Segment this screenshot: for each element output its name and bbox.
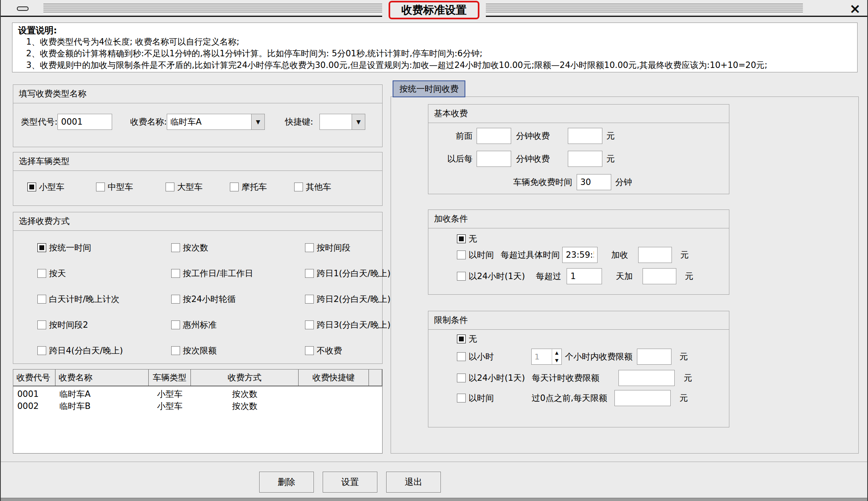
hours-spinner-value[interactable]	[532, 349, 552, 364]
checkbox-unchecked[interactable]	[171, 295, 180, 304]
close-button[interactable]: ×	[850, 0, 861, 16]
checkbox-unchecked[interactable]	[305, 346, 314, 355]
vehicle-type-group-title: 选择车辆类型	[13, 152, 382, 171]
surcharge-day-amount-input[interactable]	[643, 268, 676, 284]
checkbox-label: 按时间段2	[49, 319, 88, 331]
checkbox-checked[interactable]	[27, 183, 36, 191]
checkbox-unchecked[interactable]	[457, 272, 466, 281]
vehicle-option-3[interactable]: 摩托车	[230, 181, 294, 193]
limit-none-option[interactable]: 无	[457, 333, 477, 345]
checkbox-unchecked[interactable]	[37, 320, 46, 329]
surcharge-time-input[interactable]	[562, 247, 598, 263]
vehicle-option-1[interactable]: 中型车	[96, 181, 166, 193]
method-option-8[interactable]: 跨日2(分白天/晚上)	[305, 294, 391, 305]
method-option-14[interactable]: 不收费	[305, 345, 391, 356]
checkbox-unchecked[interactable]	[457, 374, 466, 382]
surcharge-time-amount-input[interactable]	[638, 247, 672, 263]
after-amount-input[interactable]	[568, 151, 602, 167]
tab-unified-time-fee[interactable]: 按统一时间收费	[393, 80, 465, 97]
hotkey-value[interactable]	[319, 114, 352, 130]
table-header-col-3[interactable]: 收费方式	[191, 370, 299, 386]
dialog-title: 收费标准设置	[401, 4, 467, 16]
checkbox-unchecked[interactable]	[294, 183, 303, 191]
fee-name-value[interactable]: 临时车A	[167, 114, 251, 130]
checkbox-checked[interactable]	[457, 234, 466, 243]
checkbox-unchecked[interactable]	[305, 243, 314, 252]
checkbox-label: 以小时	[469, 351, 494, 362]
surcharge-by-day-option[interactable]: 以24小时(1天)	[457, 271, 525, 282]
table-header-col-5[interactable]	[369, 370, 382, 386]
method-option-9[interactable]: 按时间段2	[37, 319, 171, 331]
limit-hour-amount-input[interactable]	[637, 349, 671, 365]
checkbox-unchecked[interactable]	[37, 346, 46, 355]
after-minutes-input[interactable]	[477, 151, 511, 167]
type-code-input[interactable]	[57, 114, 112, 130]
vehicle-option-0[interactable]: 小型车	[27, 181, 96, 193]
hours-spinner[interactable]: ▲ ▼	[531, 349, 562, 365]
method-option-5[interactable]: 跨日1(分白天/晚上)	[305, 268, 391, 279]
checkbox-checked[interactable]	[37, 243, 46, 252]
table-header-col-1[interactable]: 收费名称	[55, 370, 149, 386]
delete-button[interactable]: 删除	[259, 472, 314, 493]
checkbox-unchecked[interactable]	[305, 269, 314, 278]
limit-by-time-option[interactable]: 以时间	[457, 392, 494, 404]
method-option-4[interactable]: 按工作日/非工作日	[171, 268, 305, 279]
checkbox-unchecked[interactable]	[305, 320, 314, 329]
checkbox-unchecked[interactable]	[230, 183, 239, 191]
method-option-11[interactable]: 跨日3(分白天/晚上)	[305, 319, 391, 331]
method-option-12[interactable]: 跨日4(分白天/晚上)	[37, 345, 171, 356]
first-minutes-input[interactable]	[477, 128, 511, 144]
checkbox-unchecked[interactable]	[305, 295, 314, 304]
method-option-7[interactable]: 按24小时轮循	[171, 294, 305, 305]
surcharge-by-time-option[interactable]: 以时间	[457, 249, 494, 261]
method-option-1[interactable]: 按次数	[171, 242, 305, 253]
limit-time-amount-input[interactable]	[614, 390, 671, 406]
checkbox-unchecked[interactable]	[457, 352, 466, 361]
checkbox-unchecked[interactable]	[166, 183, 174, 191]
fee-name-label: 收费名称:	[130, 116, 167, 127]
yuan-label: 元	[606, 153, 615, 164]
checkbox-unchecked[interactable]	[457, 250, 466, 259]
fee-method-group-title: 选择收费方式	[13, 212, 382, 231]
surcharge-days-input[interactable]	[567, 268, 602, 284]
checkbox-unchecked[interactable]	[171, 243, 180, 252]
table-row-0[interactable]: 0001临时车A小型车按次数	[13, 388, 382, 400]
chevron-down-icon[interactable]: ▼	[352, 114, 365, 130]
table-header-col-2[interactable]: 车辆类型	[149, 370, 191, 386]
vehicle-option-2[interactable]: 大型车	[166, 181, 230, 193]
first-amount-input[interactable]	[568, 128, 602, 144]
vehicle-option-4[interactable]: 其他车	[294, 181, 382, 193]
checkbox-label: 按统一时间	[49, 242, 91, 253]
checkbox-unchecked[interactable]	[37, 269, 46, 278]
limit-day-amount-input[interactable]	[618, 370, 675, 386]
system-menu-button[interactable]	[17, 6, 29, 11]
limit-by-hour-option[interactable]: 以小时	[457, 351, 494, 362]
set-button[interactable]: 设置	[323, 472, 377, 493]
method-option-10[interactable]: 惠州标准	[171, 319, 305, 331]
method-option-13[interactable]: 按次限额	[171, 345, 305, 356]
spinner-down-icon[interactable]: ▼	[552, 357, 561, 364]
checkbox-unchecked[interactable]	[96, 183, 105, 191]
checkbox-unchecked[interactable]	[171, 346, 180, 355]
chevron-down-icon[interactable]: ▼	[251, 114, 265, 130]
exit-button[interactable]: 退出	[386, 472, 441, 493]
footer-bar: 删除 设置 退出	[1, 462, 867, 501]
table-row-1[interactable]: 0002临时车B小型车按次数	[13, 400, 382, 412]
free-time-input[interactable]	[577, 174, 611, 190]
table-header-col-4[interactable]: 收费快捷键	[299, 370, 369, 386]
table-header-col-0[interactable]: 收费代号	[13, 370, 55, 386]
method-option-2[interactable]: 按时间段	[305, 242, 391, 253]
checkbox-unchecked[interactable]	[171, 320, 180, 329]
checkbox-unchecked[interactable]	[457, 394, 466, 402]
limit-by-day-option[interactable]: 以24小时(1天)	[457, 372, 525, 384]
method-option-0[interactable]: 按统一时间	[37, 242, 171, 253]
fee-name-combobox[interactable]: 临时车A ▼	[167, 114, 265, 130]
checkbox-unchecked[interactable]	[37, 295, 46, 304]
spinner-up-icon[interactable]: ▲	[552, 349, 561, 357]
checkbox-checked[interactable]	[457, 335, 466, 343]
checkbox-unchecked[interactable]	[171, 269, 180, 278]
method-option-6[interactable]: 白天计时/晚上计次	[37, 294, 171, 305]
hotkey-combobox[interactable]: ▼	[319, 114, 365, 130]
surcharge-none-option[interactable]: 无	[457, 233, 477, 244]
method-option-3[interactable]: 按天	[37, 268, 171, 279]
